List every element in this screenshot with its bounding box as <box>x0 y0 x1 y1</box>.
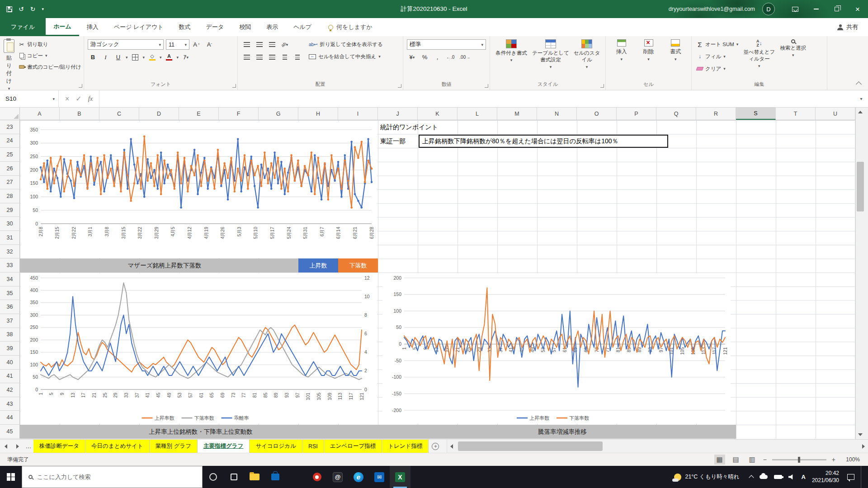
delete-cells-button[interactable]: 削除 ▾ <box>637 39 661 81</box>
horizontal-scrollbar[interactable] <box>447 440 868 453</box>
explorer-icon[interactable] <box>244 466 265 488</box>
cell-J23[interactable]: 統計的ワンポイント <box>380 120 438 134</box>
row-header-35[interactable]: 35 <box>0 286 20 300</box>
paste-button[interactable]: 貼り付け ▾ <box>4 39 14 91</box>
row-header-25[interactable]: 25 <box>0 148 20 162</box>
merge-center-button[interactable]: セルを結合して中央揃え▾ <box>307 52 384 61</box>
row-header-41[interactable]: 41 <box>0 370 20 384</box>
column-header-Q[interactable]: Q <box>656 108 696 120</box>
autosum-button[interactable]: Σオート SUM▾ <box>695 39 740 49</box>
confirm-entry-icon[interactable]: ✓ <box>75 94 81 103</box>
edge-icon[interactable] <box>348 466 369 488</box>
sheet-tab-主要指標グラフ[interactable]: 主要指標グラフ <box>198 440 250 453</box>
zoom-out-button[interactable]: − <box>763 456 767 463</box>
orientation-button[interactable]: ab▾ <box>279 39 290 50</box>
volume-icon[interactable] <box>788 474 795 480</box>
align-right-button[interactable] <box>267 52 277 62</box>
sheet-tabs-overflow[interactable]: … <box>24 440 33 453</box>
scroll-down-button[interactable] <box>856 430 865 439</box>
ribbon-tab-ファイル[interactable]: ファイル <box>0 18 46 36</box>
at-app-icon[interactable] <box>327 466 348 488</box>
align-left-button[interactable] <box>241 52 252 62</box>
up-count-legend-chip[interactable]: 上昇数 <box>298 258 338 272</box>
down-count-legend-chip[interactable]: 下落数 <box>338 258 378 272</box>
row-header-23[interactable]: 23 <box>0 120 20 134</box>
decrease-indent-button[interactable] <box>279 52 290 62</box>
collapse-ribbon-icon[interactable] <box>856 81 862 87</box>
column-header-E[interactable]: E <box>179 108 219 120</box>
bold-button[interactable]: B <box>88 52 98 62</box>
alignment-dialog-launcher[interactable] <box>398 84 401 88</box>
row-header-39[interactable]: 39 <box>0 342 20 356</box>
column-header-T[interactable]: T <box>776 108 816 120</box>
sheet-tab-RSI[interactable]: RSI <box>302 440 324 453</box>
spreadsheet-grid[interactable]: 2324252627282930313233343536373839404142… <box>0 120 855 439</box>
comma-style-button[interactable]: , <box>432 52 443 62</box>
sheet-tab-エンベロープ指標[interactable]: エンベロープ指標 <box>324 440 382 453</box>
sheet-tab-トレンド指標[interactable]: トレンド指標 <box>382 440 429 453</box>
row-header-30[interactable]: 30 <box>0 217 20 231</box>
row-header-33[interactable]: 33 <box>0 258 20 272</box>
column-header-J[interactable]: J <box>378 108 418 120</box>
start-button[interactable] <box>0 466 22 488</box>
redo-icon[interactable]: ↻ <box>30 5 36 13</box>
find-select-button[interactable]: 検索と選択 ▾ <box>778 39 807 81</box>
cancel-entry-icon[interactable]: × <box>65 95 69 103</box>
sheet-tab-今日のまとめサイト[interactable]: 今日のまとめサイト <box>85 440 150 453</box>
percent-style-button[interactable]: % <box>420 52 430 62</box>
ribbon-tab-データ[interactable]: データ <box>198 18 232 36</box>
font-dialog-launcher[interactable] <box>232 84 236 88</box>
cell-K24-note[interactable]: 上昇銘柄数下降銘柄数が80％を超えた場合には翌日の反転率は100％ <box>419 135 668 148</box>
row-header-27[interactable]: 27 <box>0 176 20 190</box>
chart-mothers-updown[interactable]: 0501001502002503003502月82月152月223月13月83月… <box>21 122 377 258</box>
font-color-button[interactable]: A <box>164 52 175 62</box>
save-icon[interactable] <box>6 6 12 12</box>
row-header-28[interactable]: 28 <box>0 189 20 203</box>
name-box[interactable]: S10 ▾ <box>0 90 59 107</box>
row-header-24[interactable]: 24 <box>0 134 20 148</box>
column-header-S[interactable]: S <box>736 108 776 120</box>
scroll-right-button[interactable] <box>859 440 868 453</box>
row-header-45[interactable]: 45 <box>0 425 20 439</box>
cut-button[interactable]: ✂切り取り <box>17 39 83 49</box>
task-view-icon[interactable] <box>223 466 244 488</box>
shrink-font-button[interactable]: Aˇ <box>204 39 215 50</box>
new-sheet-button[interactable]: + <box>429 440 442 453</box>
onedrive-cloud-icon[interactable] <box>760 475 768 479</box>
chart-bottom-title-band[interactable]: 上昇率上位銘柄数・下降率上位変動数 騰落率増減率推移 <box>20 425 736 439</box>
underline-button[interactable]: U <box>113 52 123 62</box>
chart-advance-decline[interactable]: -200-150-100-500501001502001591317212529… <box>382 273 731 424</box>
column-header-U[interactable]: U <box>816 108 855 120</box>
underline-caret-icon[interactable]: ▾ <box>126 55 128 60</box>
insert-cells-button[interactable]: 挿入 ▾ <box>609 39 634 81</box>
action-center-icon[interactable] <box>847 474 854 480</box>
battery-icon[interactable] <box>774 475 782 479</box>
clear-button[interactable]: クリア▾ <box>695 64 740 74</box>
app-red-icon[interactable] <box>307 466 327 488</box>
copy-button[interactable]: コピー▾ <box>17 51 83 61</box>
grow-font-button[interactable]: A＾ <box>192 39 202 50</box>
restore-button[interactable] <box>826 0 847 18</box>
taskbar-search-box[interactable]: ここに入力して検索 <box>22 466 203 488</box>
row-header-26[interactable]: 26 <box>0 162 20 176</box>
row-header-34[interactable]: 34 <box>0 272 20 286</box>
row-header-29[interactable]: 29 <box>0 203 20 217</box>
column-header-P[interactable]: P <box>617 108 656 120</box>
page-break-view-button[interactable]: ▥ <box>747 455 758 465</box>
format-cells-button[interactable]: 書式 ▾ <box>663 39 688 81</box>
cortana-icon[interactable] <box>203 466 223 488</box>
cell-styles-button[interactable]: セルのスタイル ▾ <box>572 39 601 81</box>
sheet-tab-業種別 グラフ[interactable]: 業種別 グラフ <box>150 440 198 453</box>
undo-icon[interactable]: ↺ <box>19 5 24 13</box>
mail-icon[interactable] <box>286 466 307 488</box>
sort-filter-button[interactable]: AZ↓ 並べ替えとフィルター ▾ <box>742 39 776 81</box>
align-middle-button[interactable] <box>254 39 264 50</box>
column-header-D[interactable]: D <box>139 108 179 120</box>
row-header-40[interactable]: 40 <box>0 356 20 370</box>
zoom-level-label[interactable]: 100% <box>841 456 860 463</box>
column-header-O[interactable]: O <box>577 108 617 120</box>
name-box-caret-icon[interactable]: ▾ <box>52 97 55 101</box>
number-format-combo[interactable]: 標準▾ <box>407 39 486 50</box>
sheet-tab-サイコロジカル[interactable]: サイコロジカル <box>250 440 302 453</box>
clipboard-dialog-launcher[interactable] <box>79 84 82 88</box>
